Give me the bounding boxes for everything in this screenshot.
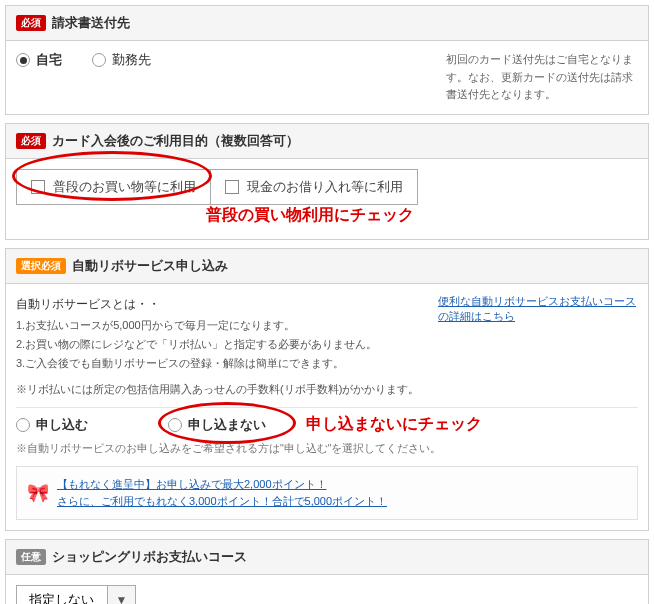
section-header: 必須 請求書送付先 xyxy=(6,6,648,41)
radio-label: 申し込む xyxy=(36,416,88,434)
radio-home[interactable]: 自宅 xyxy=(16,51,62,69)
section-title: ショッピングリボお支払いコース xyxy=(52,548,247,566)
course-select[interactable]: 指定しない ▼ xyxy=(16,585,136,604)
section-header: 任意 ショッピングリボお支払いコース xyxy=(6,540,648,575)
section-purpose: 必須 カード入会後のご利用目的（複数回答可） 普段のお買い物等に利用 現金のお借… xyxy=(5,123,649,240)
detail-link[interactable]: 便利な自動リボサービスお支払いコースの詳細はこちら xyxy=(438,295,636,322)
section-header: 必須 カード入会後のご利用目的（複数回答可） xyxy=(6,124,648,159)
checkbox-icon xyxy=(31,180,45,194)
radio-label: 申し込まない xyxy=(188,416,266,434)
checkbox-cash[interactable]: 現金のお借り入れ等に利用 xyxy=(211,169,418,205)
info-title: 自動リボサービスとは・・ xyxy=(16,294,426,314)
gift-icon: 🎀 xyxy=(27,482,49,504)
promo-link-1[interactable]: 【もれなく進呈中】お申し込みで最大2,000ポイント！ xyxy=(57,477,387,492)
section-header: 選択必須 自動リボサービス申し込み xyxy=(6,249,648,284)
promo-link-2[interactable]: さらに、ご利用でもれなく3,000ポイント！合計で5,000ポイント！ xyxy=(57,494,387,509)
optional-badge: 任意 xyxy=(16,549,46,565)
checkbox-icon xyxy=(225,180,239,194)
section-title: カード入会後のご利用目的（複数回答可） xyxy=(52,132,299,150)
radio-no-apply[interactable]: 申し込まない xyxy=(168,416,266,434)
info-note: ※リボ払いには所定の包括信用購入あっせんの手数料(リボ手数料)がかかります。 xyxy=(16,380,426,399)
chevron-down-icon: ▼ xyxy=(107,586,135,604)
promo-box: 🎀 【もれなく進呈中】お申し込みで最大2,000ポイント！ さらに、ご利用でもれ… xyxy=(16,466,638,520)
section-body: 自動リボサービスとは・・ 1.お支払いコースが5,000円からで毎月一定になりま… xyxy=(6,284,648,530)
radio-label: 自宅 xyxy=(36,51,62,69)
section-title: 自動リボサービス申し込み xyxy=(72,257,228,275)
annotation-text: 普段の買い物利用にチェック xyxy=(206,205,414,226)
required-badge: 選択必須 xyxy=(16,258,66,274)
section-billing-address: 必須 請求書送付先 自宅 勤務先 初回のカード送付先はご自宅となります。なお、更… xyxy=(5,5,649,115)
help-text: 初回のカード送付先はご自宅となります。なお、更新カードの送付先は請求書送付先とな… xyxy=(438,51,638,104)
radio-icon xyxy=(16,53,30,67)
info-line: 2.お買い物の際にレジなどで「リボ払い」と指定する必要がありません。 xyxy=(16,335,426,354)
info-line: 3.ご入会後でも自動リボサービスの登録・解除は簡単にできます。 xyxy=(16,354,426,373)
section-body: 自宅 勤務先 初回のカード送付先はご自宅となります。なお、更新カードの送付先は請… xyxy=(6,41,648,114)
section-shopping-course: 任意 ショッピングリボお支払いコース 指定しない ▼ ※ご指定がない場合は、リボ… xyxy=(5,539,649,604)
info-line: 1.お支払いコースが5,000円からで毎月一定になります。 xyxy=(16,316,426,335)
revo-note: ※自動リボサービスのお申し込みをご希望される方は"申し込む"を選択してください。 xyxy=(16,442,638,456)
checkbox-label: 普段のお買い物等に利用 xyxy=(53,178,196,196)
checkbox-label: 現金のお借り入れ等に利用 xyxy=(247,178,403,196)
section-body: 普段のお買い物等に利用 現金のお借り入れ等に利用 普段の買い物利用にチェック xyxy=(6,159,648,239)
select-value: 指定しない xyxy=(17,591,107,604)
annotation-text: 申し込まないにチェック xyxy=(306,414,482,435)
section-body: 指定しない ▼ ※ご指定がない場合は、リボ払いご利用時のリボお支払いは5,000… xyxy=(6,575,648,604)
required-badge: 必須 xyxy=(16,15,46,31)
radio-icon xyxy=(16,418,30,432)
section-title: 請求書送付先 xyxy=(52,14,130,32)
radio-label: 勤務先 xyxy=(112,51,151,69)
required-badge: 必須 xyxy=(16,133,46,149)
radio-icon xyxy=(168,418,182,432)
checkbox-shopping[interactable]: 普段のお買い物等に利用 xyxy=(16,169,211,205)
section-auto-revo: 選択必須 自動リボサービス申し込み 自動リボサービスとは・・ 1.お支払いコース… xyxy=(5,248,649,531)
separator xyxy=(16,407,638,408)
radio-icon xyxy=(92,53,106,67)
info-block: 自動リボサービスとは・・ 1.お支払いコースが5,000円からで毎月一定になりま… xyxy=(16,294,426,399)
radio-apply[interactable]: 申し込む xyxy=(16,416,88,434)
radio-work[interactable]: 勤務先 xyxy=(92,51,151,69)
